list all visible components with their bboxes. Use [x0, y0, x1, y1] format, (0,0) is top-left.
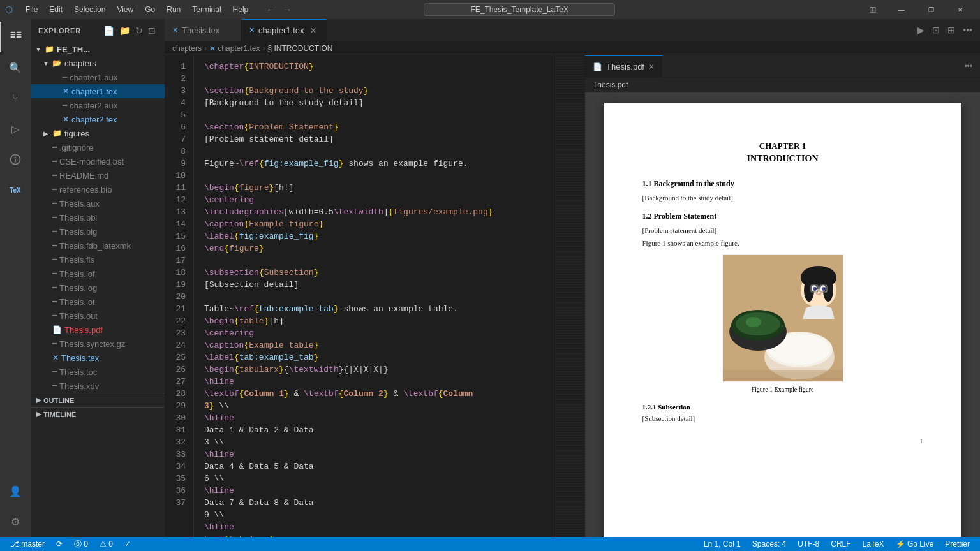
- tab-chapter1-tex[interactable]: ✕ chapter1.tex ✕: [241, 19, 327, 41]
- activity-search[interactable]: 🔍: [0, 52, 31, 83]
- sidebar-item-thesis-bbl[interactable]: ━ Thesis.bbl: [31, 210, 165, 224]
- activity-run[interactable]: ▷: [0, 114, 31, 144]
- sidebar-label-thesistoc: Thesis.toc: [59, 367, 97, 377]
- pdf-chapter-title: INTRODUCTION: [642, 154, 923, 164]
- sidebar-item-thesis-pdf[interactable]: 📄 Thesis.pdf: [31, 323, 165, 337]
- sidebar-item-thesis-log[interactable]: ━ Thesis.log: [31, 281, 165, 295]
- pdf-tabs: 📄 Thesis.pdf ✕ •••: [585, 55, 980, 78]
- editor-scroll[interactable]: 1 2 3 4 5 6 7 8 9 10 11 12 13: [165, 55, 584, 537]
- encoding-status[interactable]: UTF-8: [795, 540, 822, 548]
- activity-tex[interactable]: TeX: [0, 175, 31, 205]
- minimize-button[interactable]: —: [887, 0, 916, 19]
- sidebar-item-thesis-out[interactable]: ━ Thesis.out: [31, 309, 165, 323]
- sidebar-item-thesis-toc[interactable]: ━ Thesis.toc: [31, 365, 165, 379]
- sync-status[interactable]: ⟳: [54, 540, 65, 548]
- breadcrumb-chapters[interactable]: chapters: [172, 44, 202, 53]
- ln-col-status[interactable]: Ln 1, Col 1: [701, 540, 743, 548]
- sidebar-label-chapter2aux: chapter2.aux: [70, 101, 117, 110]
- check-status[interactable]: ✓: [122, 540, 133, 548]
- tab-chapter1-close[interactable]: ✕: [308, 26, 318, 36]
- outline-header[interactable]: ▶ OUTLINE: [31, 393, 165, 407]
- sidebar-item-thesis-blg[interactable]: ━ Thesis.blg: [31, 224, 165, 239]
- tabs-bar: ✕ Thesis.tex ✕ chapter1.tex ✕ ▶ ⊡ ⊞ •••: [165, 19, 980, 41]
- pdf-section2: 1.2 Problem Statement: [642, 212, 923, 221]
- breadcrumb-tex-icon: ✕: [209, 44, 216, 53]
- sidebar-item-thesis-tex[interactable]: ✕ Thesis.tex: [31, 351, 165, 365]
- sidebar-item-thesis-lof[interactable]: ━ Thesis.lof: [31, 267, 165, 281]
- golive-status[interactable]: ⚡ Go Live: [893, 540, 937, 548]
- code-content[interactable]: \chapter{INTRODUCTION} \section{Backgrou…: [194, 55, 556, 537]
- nav-back-button[interactable]: ←: [264, 3, 278, 16]
- nav-forward-button[interactable]: →: [280, 3, 294, 16]
- menu-selection[interactable]: Selection: [69, 4, 110, 15]
- pdf-section1: 1.1 Background to the study: [642, 179, 923, 189]
- sidebar-item-chapter1tex[interactable]: ✕ chapter1.tex: [31, 84, 165, 98]
- sidebar-item-thesis-synctex[interactable]: ━ Thesis.synctex.gz: [31, 337, 165, 351]
- line-num-11: 11: [165, 182, 186, 194]
- sidebar-item-chapter2tex[interactable]: ✕ chapter2.tex: [31, 112, 165, 126]
- breadcrumb-intro[interactable]: § INTRODUCTION: [267, 44, 332, 53]
- code-line-28cont: 3} \\: [204, 400, 556, 412]
- errors-status[interactable]: ⓪ 0: [71, 539, 91, 550]
- menu-terminal[interactable]: Terminal: [187, 4, 226, 15]
- sidebar-item-chapter2aux[interactable]: ━ chapter2.aux: [31, 98, 165, 112]
- sidebar-item-readme[interactable]: ━ README.md: [31, 168, 165, 182]
- sidebar-label-thesisaux: Thesis.aux: [59, 199, 100, 209]
- search-input[interactable]: [424, 3, 615, 16]
- sidebar-item-chapter1aux[interactable]: ━ chapter1.aux: [31, 70, 165, 84]
- sidebar-item-thesis-fdb[interactable]: ━ Thesis.fdb_latexmk: [31, 239, 165, 253]
- sidebar-item-chapters[interactable]: ▼ 📂 chapters: [31, 56, 165, 70]
- sidebar-item-thesis-lot[interactable]: ━ Thesis.lot: [31, 295, 165, 309]
- collapse-all-button[interactable]: ⊟: [147, 24, 157, 37]
- branch-status[interactable]: ⎇ master: [8, 540, 47, 548]
- menu-file[interactable]: File: [20, 4, 43, 15]
- sidebar-item-thesis-xdv[interactable]: ━ Thesis.xdv: [31, 379, 165, 393]
- activity-extensions[interactable]: [0, 144, 31, 175]
- timeline-header[interactable]: ▶ TIMELINE: [31, 408, 165, 421]
- eol-status[interactable]: CRLF: [828, 540, 853, 548]
- breadcrumb-chapter1tex[interactable]: ✕ chapter1.tex: [209, 44, 260, 53]
- sidebar-item-figures[interactable]: ▶ 📁 figures: [31, 126, 165, 140]
- activity-account[interactable]: 👤: [0, 476, 31, 506]
- sidebar-item-cse[interactable]: ━ CSE-modified.bst: [31, 154, 165, 168]
- prettier-status[interactable]: Prettier: [942, 540, 972, 548]
- maximize-button[interactable]: ❐: [916, 0, 946, 19]
- file-thesisfdb-icon: ━: [52, 241, 57, 250]
- language-status[interactable]: LaTeX: [860, 540, 887, 548]
- sidebar-item-thesis-aux[interactable]: ━ Thesis.aux: [31, 196, 165, 210]
- code-line-13: \includegraphics[width=0.5\textwidth]{fi…: [204, 206, 556, 218]
- more-actions-button[interactable]: •••: [960, 24, 975, 36]
- warnings-status[interactable]: ⚠ 0: [97, 540, 115, 548]
- line-num-34: 34: [165, 460, 186, 473]
- refresh-button[interactable]: ↻: [134, 24, 144, 37]
- pdf-more-actions[interactable]: •••: [961, 61, 975, 72]
- sidebar-item-thesis-fls[interactable]: ━ Thesis.fls: [31, 253, 165, 267]
- menu-go[interactable]: Go: [140, 4, 160, 15]
- pdf-tab-thesis[interactable]: 📄 Thesis.pdf ✕: [585, 55, 662, 78]
- menu-view[interactable]: View: [112, 4, 138, 15]
- menu-edit[interactable]: Edit: [44, 4, 68, 15]
- split-vertical-button[interactable]: ⊞: [945, 24, 958, 36]
- sidebar-item-gitignore[interactable]: ━ .gitignore: [31, 140, 165, 154]
- activity-settings[interactable]: ⚙: [0, 506, 31, 537]
- line-num-37: 37: [165, 497, 186, 509]
- spaces-status[interactable]: Spaces: 4: [750, 540, 789, 548]
- split-editor-button[interactable]: ⊡: [930, 24, 942, 36]
- run-button[interactable]: ▶: [915, 24, 927, 36]
- extension-icon[interactable]: ⊞: [869, 4, 877, 15]
- sidebar-project-root[interactable]: ▼ 📁 FE_TH...: [31, 42, 165, 56]
- pdf-tab-close[interactable]: ✕: [648, 62, 655, 71]
- close-button[interactable]: ✕: [946, 0, 975, 19]
- pdf-content[interactable]: CHAPTER 1 INTRODUCTION 1.1 Background to…: [585, 92, 980, 537]
- activity-source-control[interactable]: ⑂: [0, 83, 31, 114]
- new-folder-button[interactable]: 📁: [118, 24, 131, 37]
- menu-run[interactable]: Run: [161, 4, 186, 15]
- activity-explorer[interactable]: [0, 22, 31, 52]
- file-referencesbib-icon: ━: [52, 185, 57, 194]
- file-thesisblg-icon: ━: [52, 227, 57, 236]
- sidebar-item-references-bib[interactable]: ━ references.bib: [31, 182, 165, 196]
- menu-help[interactable]: Help: [228, 4, 254, 15]
- new-file-button[interactable]: 📄: [102, 24, 115, 37]
- tab-thesis-tex[interactable]: ✕ Thesis.tex: [165, 19, 241, 41]
- statusbar-left: ⎇ master ⟳ ⓪ 0 ⚠ 0 ✓: [8, 539, 133, 550]
